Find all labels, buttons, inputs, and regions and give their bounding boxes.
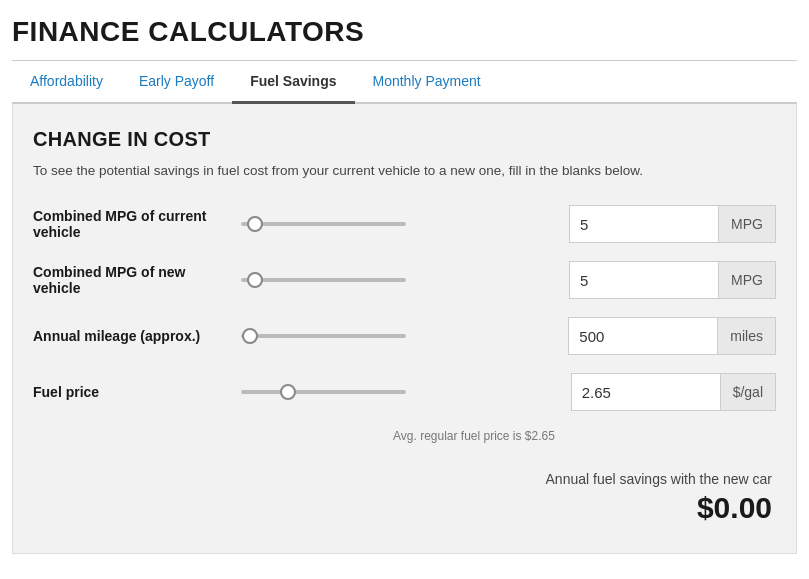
annual-mileage-label: Annual mileage (approx.) — [33, 328, 233, 344]
annual-mileage-unit: miles — [718, 317, 776, 355]
new-mpg-slider-wrapper — [241, 278, 553, 282]
content-panel: CHANGE IN COST To see the potential savi… — [12, 104, 797, 554]
annual-mileage-slider[interactable] — [241, 334, 406, 338]
current-mpg-label: Combined MPG of current vehicle — [33, 208, 233, 240]
fuel-price-label: Fuel price — [33, 384, 233, 400]
new-mpg-input-group: MPG — [569, 261, 776, 299]
page-title: FINANCE CALCULATORS — [12, 16, 797, 61]
fuel-price-row: Fuel price $/gal — [33, 373, 776, 411]
section-description: To see the potential savings in fuel cos… — [33, 161, 776, 181]
tab-monthly-payment[interactable]: Monthly Payment — [355, 61, 499, 104]
fuel-price-slider[interactable] — [241, 390, 406, 394]
current-mpg-unit: MPG — [719, 205, 776, 243]
result-value: $0.00 — [33, 491, 772, 525]
fuel-price-hint: Avg. regular fuel price is $2.65 — [393, 429, 776, 443]
new-mpg-input[interactable] — [569, 261, 719, 299]
current-mpg-slider[interactable] — [241, 222, 406, 226]
annual-mileage-row: Annual mileage (approx.) miles — [33, 317, 776, 355]
annual-mileage-input[interactable] — [568, 317, 718, 355]
annual-mileage-input-group: miles — [568, 317, 776, 355]
fuel-price-input[interactable] — [571, 373, 721, 411]
new-mpg-slider[interactable] — [241, 278, 406, 282]
section-title: CHANGE IN COST — [33, 128, 776, 151]
current-mpg-slider-wrapper — [241, 222, 553, 226]
fuel-price-slider-wrapper — [241, 390, 555, 394]
new-mpg-row: Combined MPG of new vehicle MPG — [33, 261, 776, 299]
current-mpg-row: Combined MPG of current vehicle MPG — [33, 205, 776, 243]
tab-early-payoff[interactable]: Early Payoff — [121, 61, 232, 104]
new-mpg-label: Combined MPG of new vehicle — [33, 264, 233, 296]
annual-mileage-slider-wrapper — [241, 334, 552, 338]
tab-bar: Affordability Early Payoff Fuel Savings … — [12, 61, 797, 104]
fuel-price-unit: $/gal — [721, 373, 776, 411]
current-mpg-input[interactable] — [569, 205, 719, 243]
tab-affordability[interactable]: Affordability — [12, 61, 121, 104]
result-area: Annual fuel savings with the new car $0.… — [33, 471, 776, 525]
new-mpg-unit: MPG — [719, 261, 776, 299]
current-mpg-input-group: MPG — [569, 205, 776, 243]
result-label: Annual fuel savings with the new car — [33, 471, 772, 487]
fuel-price-input-group: $/gal — [571, 373, 776, 411]
tab-fuel-savings[interactable]: Fuel Savings — [232, 61, 354, 104]
